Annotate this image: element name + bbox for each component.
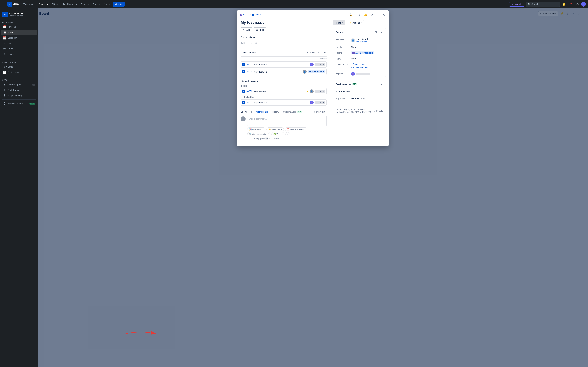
upgrade-button[interactable]: ♦ Upgrade xyxy=(509,2,524,7)
add-linked-issue-button[interactable]: + xyxy=(323,79,327,83)
lock-button[interactable]: 🔒 xyxy=(348,13,353,17)
thumbsup-button[interactable]: 👍 xyxy=(363,13,368,17)
nav-teams[interactable]: Teams ▾ xyxy=(79,2,90,7)
comment-input[interactable]: Add a comment... xyxy=(247,116,327,126)
description-field[interactable]: Add a description... xyxy=(241,41,327,46)
help-icon[interactable]: ❓ xyxy=(568,1,574,7)
grid-icon: ⊞ xyxy=(256,29,258,31)
sidebar-item-custom-apps[interactable]: ◈ Custom Apps D xyxy=(1,82,37,87)
status-button[interactable]: To Do ▾ xyxy=(333,20,345,25)
newest-first-control[interactable]: Newest first ↕ xyxy=(314,111,327,113)
share-button[interactable]: ↗ xyxy=(370,13,374,17)
parent-link[interactable]: E AMT-2 My test epic xyxy=(351,51,374,54)
sidebar-item-archived-issues[interactable]: 🗄 Archived issues NEW xyxy=(1,101,37,106)
sidebar-item-calendar[interactable]: 📆 Calendar xyxy=(1,35,37,41)
custom-apps-collapse-icon[interactable]: ∧ xyxy=(379,82,383,86)
linked-issues-title: Linked issues xyxy=(241,80,258,83)
jira-logo-text: Jira xyxy=(13,2,19,6)
sidebar-item-goals[interactable]: ◎ Goals xyxy=(1,46,37,51)
child-issue-key[interactable]: AMT-3 xyxy=(246,63,252,66)
quick-reply-5[interactable]: ✅ This is xyxy=(272,132,284,136)
watch-button[interactable]: 👁 1 xyxy=(355,13,361,17)
sidebar-item-add-shortcut[interactable]: + Add shortcut xyxy=(1,87,37,93)
child-add-button[interactable]: + xyxy=(323,50,327,55)
user-avatar[interactable]: U xyxy=(581,2,586,7)
status-badge[interactable]: TO DO ▾ xyxy=(315,90,325,93)
actions-button[interactable]: ⚡ Actions ▾ xyxy=(347,20,364,25)
sidebar-item-board[interactable]: ⊞ Board xyxy=(1,30,37,35)
sidebar-item-code[interactable]: </> Code xyxy=(1,64,37,69)
sidebar-item-timeline[interactable]: 📅 Timeline xyxy=(1,24,37,30)
search-box[interactable]: 🔍 Search xyxy=(526,2,560,7)
nav-plans[interactable]: Plans ▾ xyxy=(91,2,102,7)
activity-tab-history[interactable]: History xyxy=(271,110,280,114)
nav-apps[interactable]: Apps ▾ xyxy=(102,2,112,7)
child-issues-header-left: Child issues xyxy=(241,51,256,54)
status-badge[interactable]: IN PROGRESS ▾ xyxy=(308,70,325,73)
sidebar-item-project-settings[interactable]: ⚙ Project settings xyxy=(1,93,37,98)
quick-reply-4[interactable]: 🔍 Can you clarify...? xyxy=(247,132,271,136)
subtask-icon: S xyxy=(242,101,245,104)
sidebar-item-issues[interactable]: ⚠ Issues xyxy=(1,51,37,57)
divider3 xyxy=(2,100,36,100)
quick-reply-3[interactable]: 🚫 This is blocked... xyxy=(285,127,307,131)
child-issue-row[interactable]: S AMT-4 My subtask 2 = 👤 IN PROGRESS ▾ xyxy=(241,68,327,75)
close-button[interactable]: ✕ xyxy=(382,12,386,17)
linked-issue-key[interactable]: AMT-5 xyxy=(246,90,252,92)
nav-filters[interactable]: Filters ▾ xyxy=(50,2,61,7)
jira-logo[interactable]: J Jira xyxy=(7,2,19,7)
custom-apps-dev-badge: DEV xyxy=(352,83,357,85)
configure-button[interactable]: ⚙ Configure xyxy=(371,110,383,112)
breadcrumb-current[interactable]: ✓ AMT-1 xyxy=(252,14,261,16)
nav-dashboards[interactable]: Dashboards ▾ xyxy=(61,2,79,7)
status-badge[interactable]: TO DO ▾ xyxy=(315,101,325,104)
activity-tab-all[interactable]: All xyxy=(248,110,253,114)
assignee-value: 👤 Unassigned Assign to me xyxy=(351,38,383,43)
apps-section-label: Apps xyxy=(0,78,38,82)
linked-issue-row[interactable]: ✓ AMT-5 Test issue two = 👤 TO DO ▾ xyxy=(241,88,327,94)
quick-reply-2[interactable]: 👋 Need help? xyxy=(266,127,284,131)
labels-value[interactable]: None xyxy=(351,46,383,48)
child-issue-row[interactable]: S AMT-3 My subtask 1 = 👾 TO DO ▾ xyxy=(241,61,327,67)
create-commit-link[interactable]: ◈ Create commit ▾ xyxy=(351,67,368,69)
create-button[interactable]: Create xyxy=(113,2,125,7)
notifications-icon[interactable]: 🔔 xyxy=(562,1,567,7)
child-issues-controls: Order by ▾ ⋯ + xyxy=(306,50,327,55)
nav-right: ♦ Upgrade 🔍 Search 🔔 ❓ ⚙ U xyxy=(509,1,586,7)
more-button[interactable]: ⋯ xyxy=(375,13,380,17)
grid-icon[interactable]: ⊞ xyxy=(2,1,6,7)
sidebar-project[interactable]: A App Maker Test Software project xyxy=(0,10,38,20)
details-settings-icon[interactable]: ⚙ xyxy=(374,30,378,34)
settings-icon[interactable]: ⚙ xyxy=(575,1,580,7)
nav-your-work[interactable]: Your work ▾ xyxy=(21,2,36,7)
activity-tab-custom-apps[interactable]: Custom Apps DEV xyxy=(282,110,303,114)
issue-avatar: 👾 xyxy=(310,101,314,104)
breadcrumb-parent[interactable]: E AMT-2 xyxy=(240,14,249,16)
timestamps: Created July 9, 2024 at 6:00 PM Updated … xyxy=(336,108,371,113)
details-collapse-icon[interactable]: ∧ xyxy=(379,30,383,34)
development-section-label: DEVELOPMENT xyxy=(0,60,38,64)
team-value[interactable]: None xyxy=(351,57,383,60)
create-branch-link[interactable]: ⑂ Create branch xyxy=(351,63,368,66)
linked-issue-key[interactable]: AMT-3 xyxy=(246,101,252,104)
child-more-button[interactable]: ⋯ xyxy=(317,50,322,55)
details-section: Details ⚙ ∧ Assignee 👤 Unassign xyxy=(333,28,386,77)
apps-toolbar-button[interactable]: ⊞ Apps xyxy=(254,27,266,32)
sidebar-item-list[interactable]: ≡ List xyxy=(1,41,37,46)
parent-epic-icon: E xyxy=(352,52,355,54)
issue-title[interactable]: My test issue xyxy=(241,20,327,25)
assign-to-me-link[interactable]: Assign to me xyxy=(356,41,368,43)
quick-reply-more[interactable]: › xyxy=(285,132,290,136)
activity-tab-comments[interactable]: Comments xyxy=(255,110,269,114)
child-issue-key[interactable]: AMT-4 xyxy=(246,70,252,73)
add-button[interactable]: + + Add xyxy=(241,27,252,32)
dev-links: ⑂ Create branch ◈ Create commit ▾ xyxy=(351,63,368,69)
priority-icon: = xyxy=(300,70,301,73)
order-by-control[interactable]: Order by ▾ xyxy=(306,51,315,54)
quick-reply-1[interactable]: 🎉 Looks good! xyxy=(247,127,265,131)
activity-section: Show: All Comments History Custom Apps D… xyxy=(241,110,327,140)
linked-issue-row-blocked[interactable]: S AMT-3 My subtask 1 = 👾 TO DO ▾ xyxy=(241,100,327,106)
status-badge[interactable]: TO DO ▾ xyxy=(315,63,325,66)
nav-projects[interactable]: Projects ▾ xyxy=(37,2,50,7)
sidebar-item-project-pages[interactable]: 📄 Project pages xyxy=(1,69,37,75)
